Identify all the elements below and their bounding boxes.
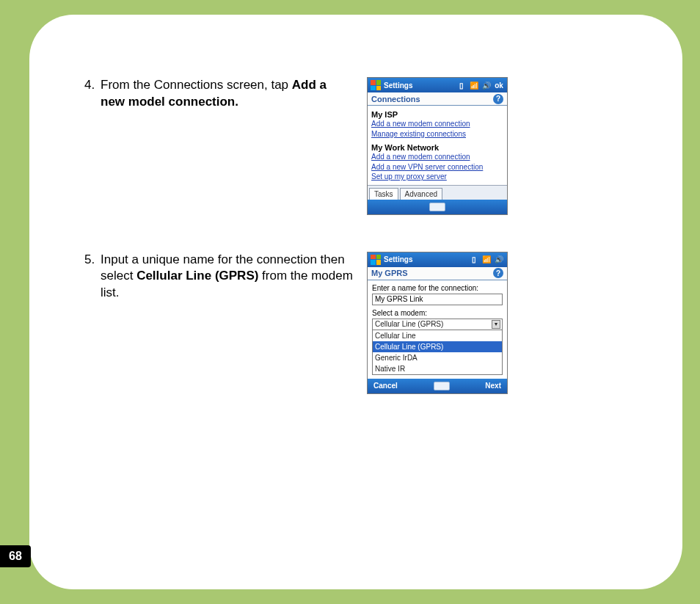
screenshot-connections: Settings ▯ 📶 🔊 ok Connections ? My ISP A…: [367, 77, 508, 215]
page-number: 68: [0, 545, 31, 567]
page-card: 4. From the Connections screen, tap Add …: [29, 15, 682, 589]
signal-icon[interactable]: 📶: [481, 255, 492, 265]
pda2-titlebar: Settings ▯ 📶 🔊: [368, 252, 507, 267]
screenshot-new-connection: Settings ▯ 📶 🔊 My GPRS ? Enter a name fo…: [367, 252, 508, 394]
select-modem-label: Select a modem:: [372, 309, 503, 317]
connectivity-icon[interactable]: ▯: [469, 255, 479, 265]
tab-advanced[interactable]: Advanced: [400, 188, 442, 200]
windows-icon: [371, 255, 381, 265]
modem-option[interactable]: Native IR: [373, 363, 502, 374]
pda1-titlebar: Settings ▯ 📶 🔊 ok: [368, 78, 507, 92]
pda1-tabs: Tasks Advanced: [368, 185, 507, 200]
step-4-body: From the Connections screen, tap Add a n…: [101, 77, 354, 111]
volume-icon[interactable]: 🔊: [481, 80, 492, 90]
ok-icon[interactable]: ok: [494, 80, 504, 90]
pda2-subbar: My GPRS ?: [368, 267, 507, 280]
cancel-button[interactable]: Cancel: [373, 382, 398, 390]
keyboard-icon[interactable]: [434, 382, 450, 390]
connection-name-label: Enter a name for the connection:: [372, 284, 503, 292]
pda2-body: Enter a name for the connection: Select …: [368, 280, 507, 379]
signal-icon[interactable]: 📶: [469, 80, 479, 90]
modem-dropdown: Cellular Line Cellular Line (GPRS) Gener…: [372, 330, 503, 375]
windows-icon: [371, 80, 381, 90]
pda1-body: My ISP Add a new modem connection Manage…: [368, 106, 507, 185]
step-4-number: 4.: [84, 77, 101, 111]
tab-tasks[interactable]: Tasks: [369, 188, 398, 200]
connectivity-icon[interactable]: ▯: [456, 80, 467, 90]
my-isp-heading: My ISP: [371, 110, 503, 119]
modem-option[interactable]: Cellular Line: [373, 330, 502, 341]
step-5-bold: Cellular Line (GPRS): [136, 269, 258, 283]
pda1-bottombar: [368, 200, 507, 214]
step-5-row: 5. Input a unique name for the connectio…: [84, 252, 664, 394]
work-add-vpn-link[interactable]: Add a new VPN server connection: [371, 162, 503, 172]
next-button[interactable]: Next: [485, 382, 501, 390]
my-work-heading: My Work Network: [371, 143, 503, 152]
modem-combo[interactable]: Cellular Line (GPRS) ▾ Cellular Line Cel…: [372, 319, 503, 375]
step-5-text: 5. Input a unique name for the connectio…: [84, 252, 367, 302]
page-number-value: 68: [9, 550, 22, 563]
step-4-pre: From the Connections screen, tap: [101, 78, 292, 92]
pda1-subbar: Connections ?: [368, 92, 507, 106]
work-proxy-link[interactable]: Set up my proxy server: [371, 172, 503, 182]
isp-manage-link[interactable]: Manage existing connections: [371, 129, 503, 139]
connection-name-input[interactable]: [372, 294, 503, 305]
keyboard-icon[interactable]: [429, 203, 445, 211]
pda2-title: Settings: [384, 255, 412, 263]
modem-option[interactable]: Generic IrDA: [373, 352, 502, 363]
modem-combo-box[interactable]: Cellular Line (GPRS) ▾: [372, 319, 503, 330]
pda1-subtitle: Connections: [371, 95, 420, 103]
work-add-modem-link[interactable]: Add a new modem connection: [371, 152, 503, 162]
pda2-subtitle: My GPRS: [371, 269, 408, 277]
isp-add-modem-link[interactable]: Add a new modem connection: [371, 119, 503, 129]
modem-combo-value: Cellular Line (GPRS): [375, 320, 443, 328]
pda1-title: Settings: [384, 81, 412, 90]
help-icon[interactable]: ?: [493, 94, 503, 104]
help-icon[interactable]: ?: [493, 268, 503, 278]
pda2-bottombar: Cancel Next: [368, 379, 507, 393]
step-4-row: 4. From the Connections screen, tap Add …: [84, 77, 664, 215]
step-5-body: Input a unique name for the connection t…: [101, 252, 354, 302]
chevron-down-icon[interactable]: ▾: [492, 320, 500, 329]
content-area: 4. From the Connections screen, tap Add …: [84, 77, 664, 431]
step-4-text: 4. From the Connections screen, tap Add …: [84, 77, 367, 111]
step-5-number: 5.: [84, 252, 101, 302]
volume-icon[interactable]: 🔊: [494, 255, 504, 265]
modem-option-selected[interactable]: Cellular Line (GPRS): [373, 341, 502, 352]
